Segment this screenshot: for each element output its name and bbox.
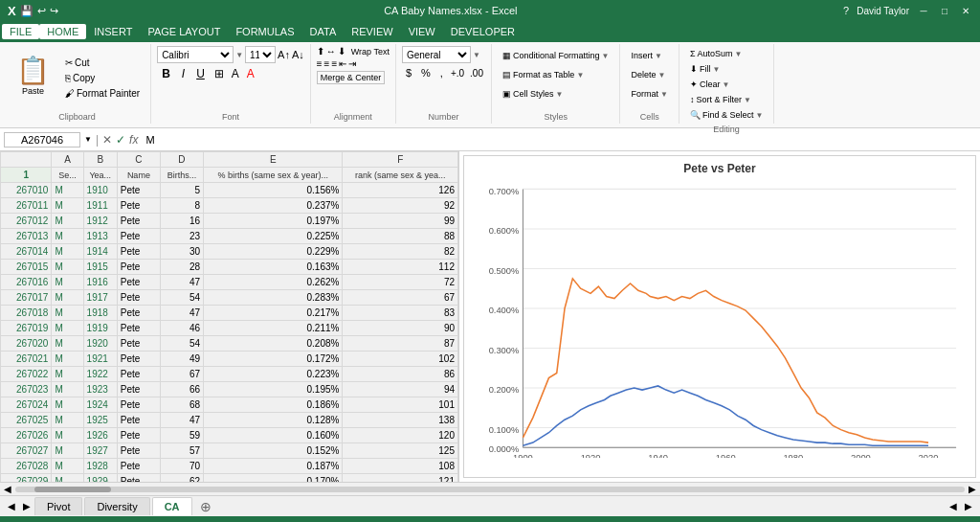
- row-number-cell[interactable]: 267021: [1, 352, 52, 367]
- data-cell[interactable]: Pete: [117, 321, 160, 336]
- scroll-left-arrow[interactable]: ◀: [4, 484, 11, 494]
- menu-review[interactable]: REVIEW: [344, 24, 400, 39]
- data-cell[interactable]: 0.237%: [204, 198, 343, 214]
- row-number-cell[interactable]: 267029: [1, 474, 52, 483]
- menu-insert[interactable]: INSERT: [86, 24, 140, 39]
- data-cell[interactable]: 1925: [83, 413, 117, 428]
- format-button[interactable]: Format ▼: [626, 84, 672, 103]
- table-row[interactable]: 267016M1916Pete470.262%72: [1, 275, 458, 290]
- border-icon[interactable]: ⊞: [212, 66, 227, 81]
- row-number-cell[interactable]: 267018: [1, 306, 52, 321]
- scrollbar-track[interactable]: [15, 487, 965, 492]
- data-cell[interactable]: Pete: [117, 459, 160, 474]
- data-cell[interactable]: 66: [160, 382, 203, 397]
- table-row[interactable]: 267014M1914Pete300.229%82: [1, 244, 458, 260]
- row-number-cell[interactable]: 267016: [1, 275, 52, 290]
- data-cell[interactable]: 1929: [83, 474, 117, 483]
- maximize-button[interactable]: □: [938, 4, 951, 17]
- align-top-icon[interactable]: ⬆: [317, 46, 324, 57]
- data-cell[interactable]: Pete: [117, 428, 160, 443]
- table-row[interactable]: 267017M1917Pete540.283%67: [1, 290, 458, 306]
- cut-button[interactable]: ✂ Cut: [60, 56, 145, 70]
- data-cell[interactable]: 1924: [83, 397, 117, 413]
- data-cell[interactable]: 30: [160, 244, 203, 260]
- row-number-cell[interactable]: 267024: [1, 397, 52, 413]
- data-cell[interactable]: 1910: [83, 183, 117, 198]
- col-b-header[interactable]: B: [83, 152, 117, 168]
- data-cell[interactable]: 23: [160, 229, 203, 244]
- data-cell[interactable]: 0.262%: [204, 275, 343, 290]
- table-row[interactable]: 267010M1910Pete50.156%126: [1, 183, 458, 198]
- data-cell[interactable]: Pete: [117, 198, 160, 214]
- data-cell[interactable]: Pete: [117, 336, 160, 352]
- data-cell[interactable]: 59: [160, 428, 203, 443]
- data-cell[interactable]: 68: [160, 397, 203, 413]
- data-cell[interactable]: 1920: [83, 336, 117, 352]
- find-select-button[interactable]: 🔍 Find & Select ▼: [685, 107, 768, 123]
- sort-filter-button[interactable]: ↕ Sort & Filter ▼: [685, 92, 756, 107]
- col-c-header[interactable]: C: [117, 152, 160, 168]
- data-cell[interactable]: 121: [343, 474, 458, 483]
- data-cell[interactable]: 0.128%: [204, 413, 343, 428]
- data-cell[interactable]: 0.152%: [204, 443, 343, 459]
- data-cell[interactable]: 1914: [83, 244, 117, 260]
- data-cell[interactable]: 102: [343, 352, 458, 367]
- font-size-down-icon[interactable]: A↓: [292, 49, 304, 60]
- data-cell[interactable]: 0.160%: [204, 428, 343, 443]
- clear-button[interactable]: ✦ Clear ▼: [685, 77, 734, 92]
- scrollbar-thumb[interactable]: [34, 487, 111, 492]
- row-number-cell[interactable]: 267012: [1, 214, 52, 229]
- scroll-bottom-left[interactable]: ◀: [946, 501, 961, 511]
- align-left-icon[interactable]: ≡: [317, 58, 323, 69]
- table-row[interactable]: 267027M1927Pete570.152%125: [1, 443, 458, 459]
- menu-home[interactable]: HOME: [39, 24, 86, 39]
- data-cell[interactable]: Pete: [117, 290, 160, 306]
- data-cell[interactable]: 67: [160, 367, 203, 382]
- data-cell[interactable]: 1926: [83, 428, 117, 443]
- data-cell[interactable]: M: [52, 275, 83, 290]
- data-cell[interactable]: 67: [343, 290, 458, 306]
- name-box[interactable]: [4, 132, 80, 148]
- data-cell[interactable]: Pete: [117, 413, 160, 428]
- scroll-bottom-right[interactable]: ▶: [961, 501, 976, 511]
- decimal-dec-icon[interactable]: .00: [468, 67, 485, 79]
- data-cell[interactable]: M: [52, 428, 83, 443]
- data-cell[interactable]: 0.172%: [204, 352, 343, 367]
- data-cell[interactable]: 90: [343, 321, 458, 336]
- indent-dec-icon[interactable]: ⇤: [339, 58, 346, 69]
- data-cell[interactable]: 47: [160, 275, 203, 290]
- data-cell[interactable]: Pete: [117, 397, 160, 413]
- italic-button[interactable]: I: [177, 65, 189, 82]
- menu-formulas[interactable]: FORMULAS: [228, 24, 301, 39]
- data-cell[interactable]: Pete: [117, 474, 160, 483]
- row-number-cell[interactable]: 267028: [1, 459, 52, 474]
- data-cell[interactable]: Pete: [117, 214, 160, 229]
- row-number-cell[interactable]: 267019: [1, 321, 52, 336]
- table-row[interactable]: 267023M1923Pete660.195%94: [1, 382, 458, 397]
- data-cell[interactable]: M: [52, 290, 83, 306]
- data-cell[interactable]: 70: [160, 459, 203, 474]
- data-cell[interactable]: M: [52, 367, 83, 382]
- font-color-icon[interactable]: A: [244, 66, 257, 81]
- font-size-up-icon[interactable]: A↑: [278, 49, 290, 60]
- indent-inc-icon[interactable]: ⇥: [348, 58, 356, 69]
- data-cell[interactable]: 46: [160, 321, 203, 336]
- tab-ca[interactable]: CA: [152, 497, 192, 515]
- paste-button[interactable]: 📋 Paste: [10, 46, 56, 103]
- data-cell[interactable]: M: [52, 352, 83, 367]
- data-cell[interactable]: 57: [160, 443, 203, 459]
- decimal-inc-icon[interactable]: +.0: [449, 67, 466, 79]
- format-painter-button[interactable]: 🖌 Format Painter: [60, 86, 145, 101]
- table-row[interactable]: 267015M1915Pete280.163%112: [1, 260, 458, 275]
- data-cell[interactable]: 72: [343, 275, 458, 290]
- data-cell[interactable]: Pete: [117, 229, 160, 244]
- menu-page-layout[interactable]: PAGE LAYOUT: [140, 24, 228, 39]
- row-number-cell[interactable]: 267027: [1, 443, 52, 459]
- align-bottom-icon[interactable]: ⬇: [338, 46, 345, 57]
- row-number-cell[interactable]: 267022: [1, 367, 52, 382]
- data-cell[interactable]: 0.217%: [204, 306, 343, 321]
- data-cell[interactable]: M: [52, 306, 83, 321]
- data-cell[interactable]: M: [52, 198, 83, 214]
- data-cell[interactable]: 0.195%: [204, 382, 343, 397]
- menu-view[interactable]: VIEW: [401, 24, 443, 39]
